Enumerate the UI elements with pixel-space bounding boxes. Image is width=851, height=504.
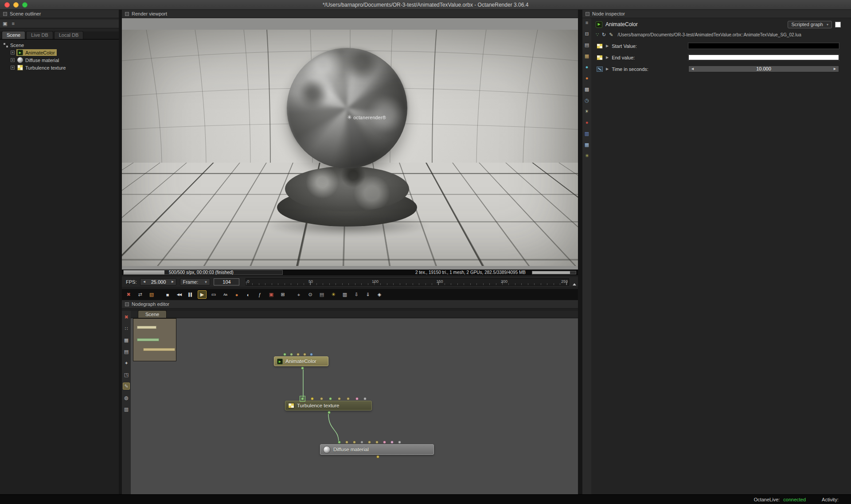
panel-divider[interactable]: [119, 10, 122, 494]
script-nodes-icon[interactable]: ✎: [123, 383, 130, 390]
globe-icon[interactable]: ◷: [585, 98, 589, 103]
resin-drop-icon[interactable]: ●: [586, 76, 589, 81]
slider-decrement-icon[interactable]: ◄: [691, 67, 695, 71]
playhead-marker[interactable]: [573, 283, 576, 285]
stop-icon[interactable]: ■: [163, 290, 172, 299]
picture-icon[interactable]: ▦: [585, 142, 589, 147]
background-toggle-icon[interactable]: ▤: [317, 290, 326, 299]
fps-increment-icon[interactable]: ►: [171, 280, 175, 284]
output-port[interactable]: [376, 455, 379, 458]
panels-icon[interactable]: ▣: [3, 21, 7, 26]
param-row-time: ▶ Time in seconds: ◄ 10.000 ►: [591, 65, 851, 73]
transform-nodes-icon[interactable]: ◳: [123, 371, 130, 378]
texture-param-icon: [597, 55, 603, 60]
tree-root[interactable]: Scene: [0, 41, 119, 49]
disclosure-icon[interactable]: ▶: [606, 44, 609, 48]
node-color-swatch[interactable]: [835, 22, 841, 27]
node-tree-icon[interactable]: ⊟: [585, 31, 589, 36]
render-stats-text: 2 tex., 19150 tri., 1 mesh, 2 GPUs, 282.…: [415, 270, 526, 275]
align-nodes-icon[interactable]: ∷: [123, 325, 130, 332]
expand-toggle-icon[interactable]: +: [11, 51, 15, 55]
region-render-icon[interactable]: ▣: [267, 290, 276, 299]
delete-node-icon[interactable]: ✖: [123, 313, 130, 320]
edit-script-icon[interactable]: ✎: [609, 32, 613, 37]
graph-type-dropdown[interactable]: Scripted graph ▾: [788, 21, 832, 28]
start-value-swatch[interactable]: [688, 43, 839, 49]
zoom-region-icon[interactable]: ⊙: [306, 290, 315, 299]
emission-nodes-icon[interactable]: ✦: [123, 359, 130, 367]
fps-stepper[interactable]: ◄ 25.000 ►: [140, 278, 176, 285]
nodegraph-minimap[interactable]: [133, 318, 176, 361]
frame-number-field[interactable]: 104: [214, 278, 239, 285]
script-star-icon[interactable]: ✳: [585, 153, 589, 158]
value-nodes-icon[interactable]: ◍: [123, 394, 130, 401]
activity-label: Activity:: [822, 497, 839, 502]
script-path: /Users/barnapro/Documents/OR-3-test/Anim…: [617, 32, 801, 37]
disclosure-icon[interactable]: ▶: [606, 55, 609, 59]
node-animatecolor[interactable]: AnimateColor: [274, 356, 328, 366]
red-ball-icon[interactable]: ●: [586, 120, 589, 125]
abort-render-icon[interactable]: ✖: [124, 290, 133, 299]
kernel-icon[interactable]: ▦: [585, 54, 589, 59]
output-port[interactable]: [328, 411, 331, 414]
save-passes-icon[interactable]: ⇓: [363, 290, 372, 299]
node-diffuse-material[interactable]: Diffuse material: [320, 444, 434, 455]
outliner-item-turbulence-texture[interactable]: + Turbulence texture: [0, 64, 119, 71]
play-icon[interactable]: ▶: [198, 290, 207, 299]
save-image-icon[interactable]: ⇩: [352, 290, 361, 299]
restart-icon[interactable]: ◀◀: [175, 290, 183, 299]
nodegraph-canvas[interactable]: AnimateColor Turbulence texture: [131, 318, 578, 494]
outliner-item-animatecolor[interactable]: + AnimateColor: [0, 49, 119, 56]
zoom-window-button[interactable]: [22, 2, 27, 8]
expand-toggle-icon[interactable]: +: [11, 58, 15, 62]
imager-icon[interactable]: ▤: [585, 43, 589, 47]
time-slider[interactable]: ◄ 10.000 ►: [688, 66, 839, 72]
pause-icon[interactable]: ▌▌: [186, 290, 195, 299]
close-window-button[interactable]: [4, 2, 10, 8]
material-nodes-icon[interactable]: ▦: [123, 336, 130, 344]
render-image[interactable]: ✳ octanerender®: [122, 30, 578, 266]
pan-tool-icon[interactable]: +: [294, 290, 303, 299]
water-drop-icon[interactable]: ●: [586, 65, 589, 70]
render-ball-icon[interactable]: ●: [232, 290, 241, 299]
lock-viewport-icon[interactable]: ◈: [375, 290, 384, 299]
expand-toggle-icon[interactable]: +: [11, 66, 15, 70]
timeline-tick-label: 100: [372, 279, 379, 284]
nodegraph-tab-scene[interactable]: Scene: [138, 310, 167, 318]
minimize-window-button[interactable]: [13, 2, 19, 8]
script-node-icon: [277, 359, 283, 364]
sun-image-icon[interactable]: ☀: [585, 109, 589, 114]
panel-divider[interactable]: [578, 10, 582, 494]
focus-picker-icon[interactable]: ƒ: [255, 290, 264, 299]
outliner-item-diffuse-material[interactable]: + Diffuse material: [0, 56, 119, 64]
layers-icon[interactable]: ▥: [585, 131, 589, 136]
swap-ab-icon[interactable]: ⇄: [136, 290, 144, 299]
tab-local-db[interactable]: Local DB: [54, 31, 84, 39]
frame-dropdown[interactable]: Frame: ▼: [180, 278, 210, 285]
slider-increment-icon[interactable]: ►: [833, 67, 837, 71]
node-turbulence-texture[interactable]: Turbulence texture: [285, 401, 372, 410]
render-passes-icon[interactable]: ▧: [147, 290, 156, 299]
end-value-swatch[interactable]: [688, 55, 839, 60]
reload-script-icon[interactable]: ↻: [602, 32, 606, 37]
film-region-icon[interactable]: ⊞: [278, 290, 287, 299]
node-inspector-header: Node inspector: [582, 10, 851, 18]
output-port[interactable]: [301, 367, 304, 370]
texture-nodes-icon[interactable]: ▤: [123, 348, 130, 355]
panel-icon: [3, 12, 7, 16]
fps-decrement-icon[interactable]: ◄: [142, 280, 146, 284]
list-icon[interactable]: ≡: [12, 21, 14, 26]
clay-mode-icon[interactable]: ◐: [244, 290, 253, 299]
text-overlay-icon[interactable]: Aa: [221, 290, 230, 299]
tab-scene[interactable]: Scene: [2, 31, 25, 39]
tab-live-db[interactable]: Live DB: [26, 31, 53, 39]
disclosure-icon[interactable]: ▶: [606, 67, 609, 71]
copy-image-icon[interactable]: ▥: [340, 290, 349, 299]
display-modes-icon[interactable]: ▭: [209, 290, 218, 299]
timeline-ruler[interactable]: 050100150200250: [246, 278, 569, 285]
post-effects-icon[interactable]: ✳: [329, 290, 338, 299]
checker-icon[interactable]: ▩: [585, 87, 589, 92]
node-stack-icon[interactable]: ≡: [586, 20, 588, 25]
graph-icon[interactable]: ∵: [596, 32, 599, 37]
display-nodes-icon[interactable]: ▥: [123, 406, 130, 413]
